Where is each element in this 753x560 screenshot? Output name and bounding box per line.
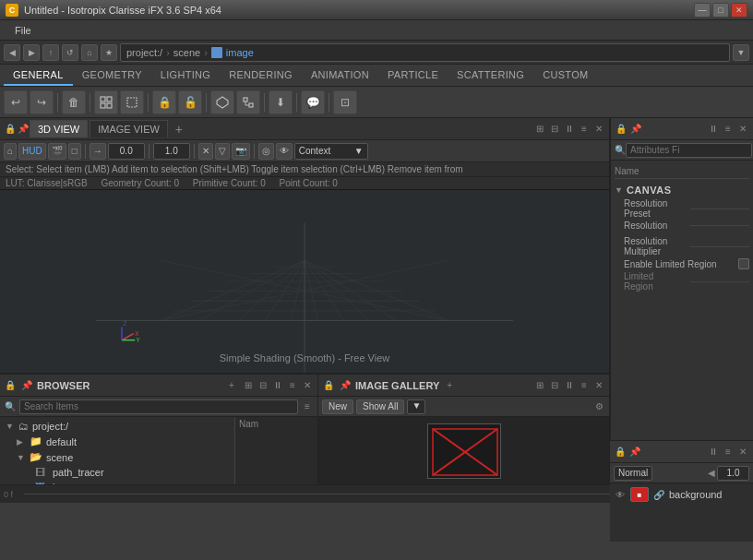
home-button[interactable]: ⌂ <box>81 44 98 61</box>
timeline-track[interactable] <box>24 494 618 494</box>
browser-grid-icon[interactable]: ⊞ <box>242 379 255 392</box>
vt-value2-input[interactable] <box>153 143 190 160</box>
browser-search-input[interactable] <box>19 399 298 414</box>
gallery-split-icon[interactable]: ⊟ <box>548 379 561 392</box>
ungroup-button[interactable] <box>120 90 144 114</box>
blend-mode-select[interactable]: Normal <box>614 466 652 481</box>
tab-geometry[interactable]: GEOMETRY <box>73 66 151 86</box>
mat-lock-icon[interactable]: 🔒 <box>614 446 627 459</box>
mat-settings-icon[interactable]: ≡ <box>722 446 735 459</box>
pivot-button[interactable] <box>236 90 260 114</box>
tab-3dview[interactable]: 3D VIEW <box>30 120 88 137</box>
gallery-close-icon[interactable]: ✕ <box>592 379 605 392</box>
refresh-button[interactable]: ↺ <box>62 44 78 61</box>
mat-pause-icon[interactable]: ⏸ <box>707 446 720 459</box>
browser-add-icon[interactable]: + <box>225 379 238 392</box>
gallery-lock-icon[interactable]: 🔒 <box>322 379 335 392</box>
maximize-button[interactable]: □ <box>712 3 729 18</box>
blend-value-display[interactable]: 1.0 <box>717 466 749 481</box>
back-button[interactable]: ◀ <box>4 44 20 61</box>
gallery-grid-icon[interactable]: ⊞ <box>533 379 546 392</box>
forward-button[interactable]: ▶ <box>23 44 40 61</box>
right-lock-icon[interactable]: 🔒 <box>615 123 628 136</box>
tab-scattering[interactable]: SCATTERING <box>448 66 533 86</box>
path-menu-button[interactable]: ▼ <box>733 44 749 61</box>
add-view-tab[interactable]: + <box>170 122 188 137</box>
layout-grid-icon[interactable]: ⊞ <box>533 123 546 136</box>
gallery-pin-icon[interactable]: 📌 <box>339 379 352 392</box>
gallery-pause-icon[interactable]: ⏸ <box>563 379 576 392</box>
enable-limited-region-checkbox[interactable] <box>738 258 749 269</box>
browser-pin-icon[interactable]: 📌 <box>20 379 33 392</box>
new-image-button[interactable]: New <box>322 399 353 414</box>
tab-animation[interactable]: ANIMATION <box>302 66 378 86</box>
attr-search-input[interactable] <box>626 143 752 158</box>
up-button[interactable]: ↑ <box>42 44 59 61</box>
mat-link-icon[interactable]: 🔗 <box>652 488 665 501</box>
gallery-settings-icon[interactable]: ≡ <box>578 379 591 392</box>
comment-button[interactable]: 💬 <box>301 90 325 114</box>
browser-split-icon[interactable]: ⊟ <box>257 379 269 392</box>
right-pin-icon[interactable]: 📌 <box>629 123 642 136</box>
unlock-button[interactable]: 🔓 <box>178 90 202 114</box>
layout-split-icon[interactable]: ⊟ <box>548 123 561 136</box>
browser-menu-icon[interactable]: ≡ <box>301 400 314 413</box>
tab-lighting[interactable]: LIGHTING <box>151 66 220 86</box>
gallery-add-icon[interactable]: + <box>443 379 456 392</box>
tree-item-root[interactable]: ▼ 🗂 project:/ <box>2 419 233 434</box>
vt-hud-btn[interactable]: HUD <box>18 143 46 160</box>
show-all-button[interactable]: Show All <box>356 399 404 414</box>
vt-select-btn[interactable]: ✕ <box>198 143 213 160</box>
redo-button[interactable]: ↪ <box>30 90 54 114</box>
vt-display-btn[interactable]: □ <box>68 143 81 160</box>
tab-particle[interactable]: PARTICLE <box>378 66 448 86</box>
tree-item-default[interactable]: ▶ 📁 default <box>2 434 233 449</box>
close-button[interactable]: ✕ <box>731 3 747 18</box>
browser-close-icon[interactable]: ✕ <box>301 379 314 392</box>
vt-camera-btn[interactable]: 📷 <box>232 143 250 160</box>
vt-eye-btn[interactable]: 👁 <box>276 143 293 160</box>
minimize-button[interactable]: — <box>694 3 711 18</box>
viewport[interactable]: X Y Z Simple Shading (Smooth) - Free Vie… <box>0 190 609 373</box>
vt-value1-input[interactable] <box>108 143 145 160</box>
browser-pause-icon[interactable]: ⏸ <box>271 379 284 392</box>
panel-lock-icon[interactable]: 🔒 <box>4 123 17 136</box>
tree-item-path-tracer[interactable]: 🎞 path_tracer <box>2 465 233 480</box>
gallery-refresh-icon[interactable]: ⚙ <box>592 400 605 413</box>
vt-context-select[interactable]: Context ▼ <box>294 143 368 160</box>
vt-filter-btn[interactable]: ▽ <box>215 143 230 160</box>
right-close-icon[interactable]: ✕ <box>736 123 749 136</box>
tree-item-scene[interactable]: ▼ 📂 scene <box>2 449 233 465</box>
panel-pause-icon[interactable]: ⏸ <box>563 123 576 136</box>
mat-pin-icon[interactable]: 📌 <box>628 446 641 459</box>
vt-home-btn[interactable]: ⌂ <box>4 143 17 160</box>
mat-close-icon[interactable]: ✕ <box>736 446 749 459</box>
layout-button[interactable]: ⊡ <box>333 90 357 114</box>
import-button[interactable]: ⬇ <box>269 90 293 114</box>
tree-item-image[interactable]: 🖼 image <box>2 480 233 484</box>
gallery-icon-btn[interactable]: ⚙ <box>592 400 605 413</box>
mat-color-preview[interactable]: ■ <box>630 487 649 502</box>
canvas-section-header[interactable]: ▼ CANVAS <box>615 183 749 197</box>
browser-lock-icon[interactable]: 🔒 <box>4 379 17 392</box>
show-all-select[interactable]: ▼ <box>407 399 425 414</box>
address-path[interactable]: project:/ › scene › image <box>120 43 730 62</box>
right-pause-icon[interactable]: ⏸ <box>707 123 720 136</box>
tab-imageview[interactable]: IMAGE VIEW <box>90 120 168 137</box>
tab-general[interactable]: GENERAL <box>4 66 73 86</box>
panel-close-icon[interactable]: ✕ <box>592 123 605 136</box>
right-settings-icon[interactable]: ≡ <box>722 123 735 136</box>
gallery-thumbnail[interactable] <box>427 423 501 479</box>
undo-button[interactable]: ↩ <box>4 90 28 114</box>
group-button[interactable] <box>94 90 118 114</box>
browser-settings-icon[interactable]: ≡ <box>286 379 299 392</box>
object-button[interactable] <box>210 90 234 114</box>
panel-settings-icon[interactable]: ≡ <box>578 123 591 136</box>
tab-rendering[interactable]: RENDERING <box>220 66 302 86</box>
lock-button[interactable]: 🔒 <box>152 90 176 114</box>
menu-file[interactable]: File <box>7 23 39 38</box>
tab-custom[interactable]: CUSTOM <box>533 66 597 86</box>
mat-visibility-icon[interactable]: 👁 <box>614 488 627 501</box>
vt-arrow-btn[interactable]: → <box>90 143 106 160</box>
bookmark-button[interactable]: ★ <box>101 44 117 61</box>
